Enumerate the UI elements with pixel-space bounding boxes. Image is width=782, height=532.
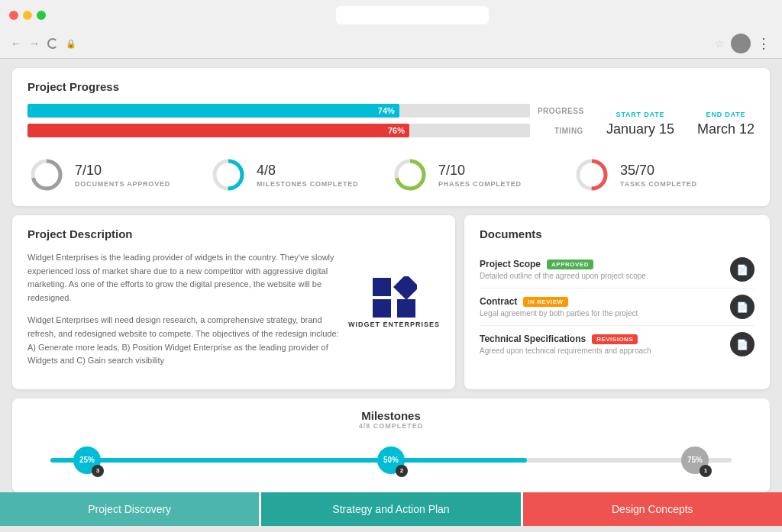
- start-date-label: START DATE: [606, 111, 674, 118]
- stat-tasks: 35/70 TASKS COMPLETED: [573, 156, 755, 194]
- doc-name-0: Project Scope: [480, 259, 541, 269]
- stat-value-tasks: 35/70: [620, 163, 697, 179]
- stat-documents: 7/10 DOCUMENTS APPROVED: [27, 156, 209, 194]
- svg-rect-11: [397, 299, 415, 318]
- milestone-point-0: 25% 3: [73, 447, 101, 474]
- milestone-label-1: 50%: [383, 456, 399, 464]
- toolbar-right: ☆ ⋮: [715, 34, 771, 53]
- doc-badge-2: REVISIONS: [592, 334, 638, 344]
- milestones-subtitle: 4/8 COMPLETED: [27, 422, 755, 430]
- stat-text-tasks: 35/70 TASKS COMPLETED: [620, 163, 697, 188]
- doc-file-icon-2: 📄: [736, 339, 748, 350]
- forward-button[interactable]: →: [29, 37, 40, 50]
- milestone-track: 25% 3 50% 2 75% 1: [27, 439, 755, 482]
- doc-file-icon-0: 📄: [736, 264, 748, 276]
- svg-rect-10: [373, 299, 391, 318]
- back-button[interactable]: ←: [11, 37, 21, 50]
- end-date-item: END DATE March 12: [697, 111, 755, 137]
- milestones-card: Milestones 4/8 COMPLETED 25% 3 50%: [12, 398, 770, 492]
- end-date-label: END DATE: [697, 111, 755, 118]
- progress-bar-fill: 74%: [27, 104, 399, 118]
- stat-label-documents: DOCUMENTS APPROVED: [75, 180, 170, 188]
- progress-bar-row: 74% PROGRESS: [27, 104, 583, 118]
- svg-rect-9: [393, 276, 417, 300]
- doc-info-2: Technical Specifications REVISIONS Agree…: [480, 334, 730, 355]
- fullscreen-button[interactable]: [37, 11, 46, 20]
- doc-icon-btn-2[interactable]: 📄: [730, 332, 755, 356]
- milestone-point-1: 50% 2: [377, 447, 405, 474]
- end-date-value: March 12: [697, 121, 755, 137]
- doc-title-row-2: Technical Specifications REVISIONS: [480, 334, 730, 344]
- browser-chrome: ← → 🔒 ☆ ⋮: [0, 0, 782, 59]
- milestone-badge-0: 3: [92, 465, 104, 477]
- tab-strategy[interactable]: Strategy and Action Plan: [261, 492, 520, 526]
- timing-bar-fill: 76%: [27, 124, 409, 137]
- milestone-badge-2: 1: [700, 465, 712, 477]
- logo-area: WIDGET ENTERPRISES: [348, 276, 440, 328]
- avatar[interactable]: [731, 34, 751, 53]
- project-progress-card: Project Progress 74% PROGRESS 76%: [12, 68, 770, 206]
- stat-label-phases: PHASES COMPLETED: [438, 180, 522, 188]
- browser-toolbar: ← → 🔒 ☆ ⋮: [0, 31, 782, 58]
- stat-text-documents: 7/10 DOCUMENTS APPROVED: [75, 163, 170, 188]
- doc-name-2: Technical Specifications: [480, 334, 586, 344]
- donut-phases: [391, 156, 429, 194]
- doc-badge-0: APPROVED: [547, 260, 593, 269]
- milestone-label-0: 25%: [79, 456, 95, 464]
- milestone-dot-1[interactable]: 50% 2: [377, 447, 405, 474]
- doc-title-row-0: Project Scope APPROVED: [480, 259, 730, 269]
- start-date-value: January 15: [606, 121, 674, 137]
- doc-icon-btn-0[interactable]: 📄: [730, 257, 755, 282]
- refresh-icon[interactable]: [47, 38, 58, 49]
- timing-pct: 76%: [388, 126, 405, 135]
- logo-svg: [371, 276, 417, 319]
- doc-title-row-1: Contract IN REVIEW: [480, 296, 730, 307]
- tab-project-discovery[interactable]: Project Discovery: [0, 492, 259, 526]
- tab-design-concepts[interactable]: Design Concepts: [523, 492, 782, 526]
- minimize-button[interactable]: [23, 11, 32, 20]
- milestone-dot-2[interactable]: 75% 1: [681, 447, 709, 474]
- progress-bars: 74% PROGRESS 76% TIMING: [27, 104, 583, 143]
- doc-info-0: Project Scope APPROVED Detailed outline …: [480, 259, 730, 280]
- address-bar[interactable]: [336, 6, 489, 24]
- documents-card: Documents Project Scope APPROVED Detaile…: [464, 215, 770, 389]
- stat-milestones: 4/8 MILESTONES COMPLETED: [209, 156, 391, 194]
- timing-bar-container: 76%: [27, 124, 530, 137]
- stat-value-phases: 7/10: [438, 163, 522, 179]
- doc-item-0: Project Scope APPROVED Detailed outline …: [480, 251, 755, 289]
- dates-section: START DATE January 15 END DATE March 12: [606, 111, 755, 137]
- milestone-dot-0[interactable]: 25% 3: [73, 447, 101, 474]
- documents-title: Documents: [480, 227, 755, 240]
- stat-label-milestones: MILESTONES COMPLETED: [257, 180, 358, 188]
- widget-logo: WIDGET ENTERPRISES: [348, 276, 440, 328]
- description-card: Project Description Widget Enterprises i…: [12, 215, 455, 389]
- doc-desc-1: Legal agreement by both parties for the …: [480, 309, 730, 318]
- milestones-title: Milestones: [27, 409, 755, 422]
- middle-row: Project Description Widget Enterprises i…: [12, 215, 770, 389]
- doc-icon-btn-1[interactable]: 📄: [730, 295, 755, 319]
- close-button[interactable]: [9, 11, 18, 20]
- donut-documents: [27, 156, 66, 194]
- tab-label-1: Strategy and Action Plan: [332, 503, 449, 515]
- main-content: Project Progress 74% PROGRESS 76%: [0, 59, 782, 526]
- stats-row: 7/10 DOCUMENTS APPROVED 4/8 MILESTONES C…: [27, 156, 755, 194]
- svg-rect-8: [373, 278, 391, 296]
- bottom-tabs: Project Discovery Strategy and Action Pl…: [0, 492, 782, 526]
- timing-label: TIMING: [538, 127, 583, 135]
- progress-bar-container: 74%: [27, 104, 530, 118]
- timing-bar-row: 76% TIMING: [27, 124, 583, 137]
- stat-value-documents: 7/10: [75, 163, 170, 179]
- donut-tasks: [573, 156, 611, 194]
- progress-label: PROGRESS: [538, 107, 583, 115]
- menu-dots-icon[interactable]: ⋮: [757, 35, 771, 52]
- bookmark-icon[interactable]: ☆: [715, 37, 725, 50]
- doc-desc-2: Agreed upon technical requirements and a…: [480, 347, 730, 355]
- doc-file-icon-1: 📄: [736, 301, 748, 313]
- progress-pct: 74%: [378, 106, 395, 115]
- tab-label-0: Project Discovery: [88, 503, 171, 515]
- tab-label-2: Design Concepts: [612, 503, 693, 515]
- doc-item-1: Contract IN REVIEW Legal agreement by bo…: [480, 289, 755, 326]
- stat-value-milestones: 4/8: [257, 163, 358, 179]
- milestone-point-2: 75% 1: [681, 447, 709, 474]
- donut-milestones: [209, 156, 247, 194]
